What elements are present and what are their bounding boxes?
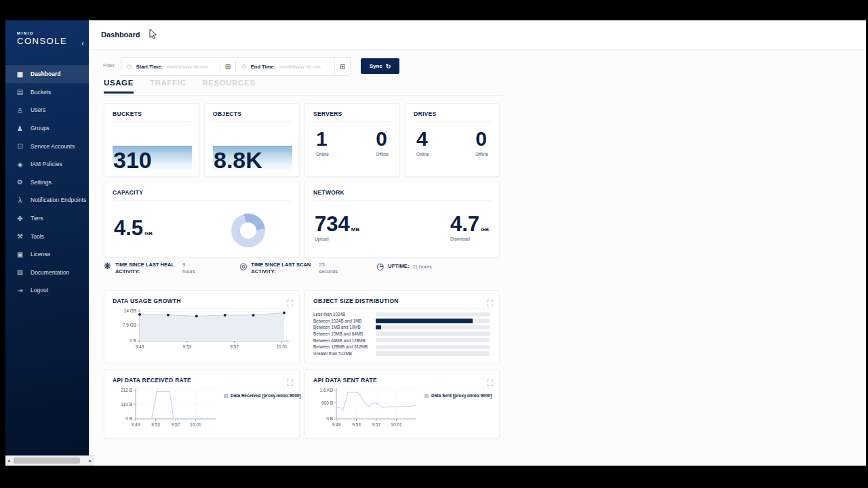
sidebar-item-documentation[interactable]: ▥Documentation [5,264,89,282]
status-row: ❋ TIME SINCE LAST HEAL ACTIVITY: 9 hours… [104,262,502,275]
distribution-row: Between 1MB and 10MB [313,324,490,331]
license-icon: ▣ [16,251,24,258]
dashboard-icon: ▦ [16,70,24,78]
sidebar-item-service-accounts[interactable]: ⊡Service Accounts [5,137,89,155]
distribution-bar-track [376,345,490,350]
datetime-range-picker: ◷ Start Time: mm/dd/yyyy hh:mm ⊞ ◷ End T… [121,57,351,76]
topbar: Dashboard [89,20,866,49]
heal-label: TIME SINCE LAST HEAL [115,262,174,268]
uptime-clock-icon: ◷ [376,262,384,271]
api-data-received-card: API DATA RECEIVED RATE 0 B110 B212 B9:49… [104,369,300,439]
sidebar-item-label: Tools [31,233,44,240]
objects-card-title: OBJECTS [213,104,291,122]
calendar-icon[interactable]: ⊞ [220,58,235,75]
distribution-bar-fill [376,319,473,323]
svg-text:900 B: 900 B [321,401,333,405]
upload-label: Upload [315,237,359,241]
tab-traffic[interactable]: TRAFFIC [150,79,186,94]
network-card: NETWORK 734MB Upload 4.7GB Download [304,182,500,258]
start-time-field[interactable]: ◷ Start Time: mm/dd/yyyy hh:mm ⊞ [121,58,235,75]
network-card-title: NETWORK [313,182,491,201]
sync-refresh-icon: ↻ [386,63,391,70]
logout-icon: ⇥ [16,287,24,294]
drives-offline-count: 0 [475,129,488,149]
api-data-sent-chart: 0 B900 B1.6 KB9:499:539:5710:01 [311,386,423,441]
distribution-category-label: Between 128MB and 512MB [313,344,376,349]
svg-text:110 B: 110 B [121,402,132,407]
sync-button[interactable]: Sync ↻ [361,58,399,74]
api-data-received-legend: Data Received [proxy.minio:9000] [224,393,301,398]
drives-online-metric: 4 Online [416,129,429,157]
notification-endpoints-icon: λ [16,197,24,204]
sidebar-item-label: Tiers [31,215,43,222]
sidebar-item-users[interactable]: ♙Users [5,101,89,119]
sidebar-collapse-chevron-icon[interactable]: ‹ [81,39,84,48]
calendar-icon[interactable]: ⊞ [334,58,350,75]
sidebar-item-label: License [31,251,50,258]
sidebar-item-buckets[interactable]: ▤Buckets [5,83,89,102]
sidebar-item-notification-endpoints[interactable]: λNotification Endpoints [5,191,89,209]
sync-button-label: Sync [370,63,382,69]
sidebar-item-label: Users [31,106,45,113]
start-time-label: Start Time: [136,64,163,70]
online-label: Online [416,152,429,157]
svg-text:10:01: 10:01 [391,422,402,427]
tab-resources[interactable]: RESOURCES [202,79,255,94]
network-upload-metric: 734MB Upload [315,214,359,241]
tab-bar: USAGETRAFFICRESOURCES [104,79,256,94]
tab-usage[interactable]: USAGE [104,79,134,94]
distribution-row: Less than 1024B [313,311,490,318]
sidebar-item-tiers[interactable]: ✤Tiers [5,209,89,228]
objects-count: 8.8K [214,148,262,171]
sidebar-item-label: Logout [31,287,48,293]
online-label: Online [316,152,329,157]
start-time-input[interactable]: mm/dd/yyyy hh:mm [167,64,220,69]
sidebar-item-label: Settings [31,179,52,186]
object-size-distribution-chart: Less than 1024BBetween 1024B and 1MBBetw… [313,311,490,357]
api-data-sent-card: API DATA SENT RATE 0 B900 B1.6 KB9:499:5… [304,369,500,439]
scan-value: 23 [319,262,338,268]
servers-card: SERVERS 1 Online 0 Offline [304,103,400,177]
objects-metric: 8.8K [205,124,299,176]
heal-icon: ❋ [104,262,111,271]
object-size-distribution-card: OBJECT SIZE DISTRIBUTION Less than 1024B… [304,290,500,363]
distribution-category-label: Between 64MB and 128MB [313,338,376,343]
sidebar-item-groups[interactable]: ♟Groups [5,119,89,138]
svg-text:0 B: 0 B [125,416,132,421]
api-data-received-chart: 0 B110 B212 B9:499:539:5710:01 [110,386,222,441]
sidebar-item-license[interactable]: ▣License [5,245,89,264]
buckets-card: BUCKETS 310 [104,103,199,177]
scrollbar-thumb[interactable] [14,458,80,464]
iam-policies-icon: ◈ [16,161,24,168]
sidebar-item-dashboard[interactable]: ▦Dashboard [5,65,89,83]
logo-minio-text: MINIO [17,31,89,35]
api-data-received-title: API DATA RECEIVED RATE [113,370,291,388]
distribution-bar-fill [376,325,381,330]
sidebar-item-tools[interactable]: ⚒Tools [5,227,89,245]
scan-unit: seconds [319,268,338,275]
expand-icon[interactable] [287,376,293,388]
horizontal-scrollbar[interactable]: ◂ ▸ [5,455,94,466]
logo-console-text: CONSOLE [17,36,89,46]
end-time-field[interactable]: ◷ End Time: mm/dd/yyyy hh:mm ⊞ [236,58,350,75]
servers-offline-metric: 0 Offline [376,129,389,157]
scroll-left-arrow-icon[interactable]: ◂ [7,458,10,464]
distribution-row: Between 10MB and 64MB [313,331,490,338]
sidebar-item-settings[interactable]: ⚙Settings [5,174,89,192]
uptime-status: ◷ UPTIME: 11 hours [376,262,502,271]
app-window: MINIO CONSOLE ‹ ▦Dashboard▤Buckets♙Users… [5,20,866,466]
settings-icon: ⚙ [16,178,24,186]
scroll-right-arrow-icon[interactable]: ▸ [89,458,92,464]
expand-icon[interactable] [487,376,493,388]
expand-icon[interactable] [487,297,493,309]
sidebar-item-iam-policies[interactable]: ◈IAM Policies [5,155,89,174]
svg-text:9:49: 9:49 [136,344,144,349]
sidebar-item-label: Documentation [31,269,69,276]
filter-label: Filter: [103,62,116,68]
sidebar-item-label: Service Accounts [31,143,75,150]
servers-card-title: SERVERS [313,104,391,122]
distribution-category-label: Between 10MB and 64MB [313,331,376,336]
sidebar: MINIO CONSOLE ‹ ▦Dashboard▤Buckets♙Users… [5,20,89,466]
end-time-input[interactable]: mm/dd/yyyy hh:mm [279,64,334,69]
sidebar-item-logout[interactable]: ⇥Logout [5,281,89,300]
